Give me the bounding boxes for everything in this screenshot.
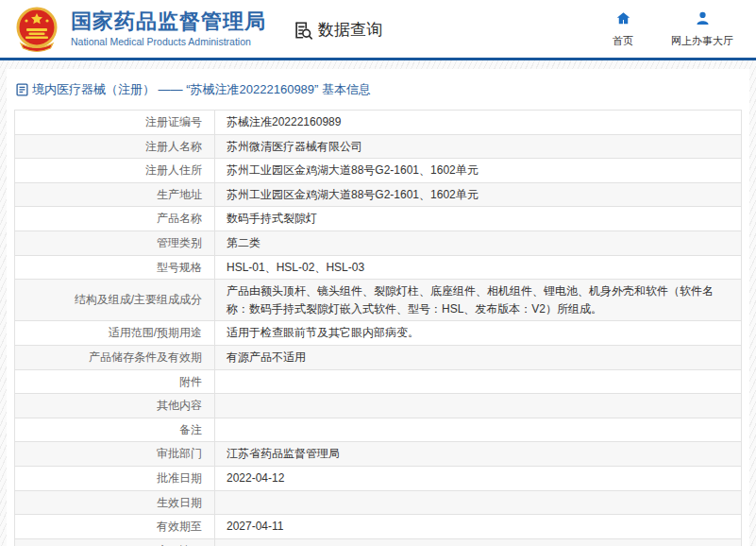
row-label: 注册人名称 [15, 134, 215, 159]
nav-service-hall-label: 网上办事大厅 [671, 34, 733, 48]
table-row: 审批部门江苏省药品监督管理局 [15, 442, 742, 467]
table-row: 有效期至2027-04-11 [15, 515, 742, 539]
row-label: 管理类别 [15, 230, 215, 255]
document-icon [16, 83, 28, 96]
row-value: 产品由额头顶杆、镜头组件、裂隙灯柱、底座组件、相机组件、锂电池、机身外壳和软件（… [215, 280, 742, 321]
row-value [215, 418, 742, 442]
page-title-text: 境内医疗器械（注册） —— “苏械注准20222160989” 基本信息 [32, 81, 371, 98]
row-label: 产品储存条件及有效期 [15, 345, 215, 369]
row-label: 批准日期 [15, 466, 215, 490]
row-value: 江苏省药品监督管理局 [215, 442, 742, 467]
content-card: 境内医疗器械（注册） —— “苏械注准20222160989” 基本信息 注册证… [7, 69, 749, 546]
row-label: 有效期至 [15, 515, 215, 539]
site-brand[interactable]: 国家药品监督管理局 National Medical Products Admi… [13, 6, 266, 53]
site-header: 国家药品监督管理局 National Medical Products Admi… [0, 0, 756, 60]
document-search-icon [293, 20, 313, 41]
table-row: 注册人住所苏州工业园区金鸡湖大道88号G2-1601、1602单元 [15, 159, 742, 183]
nav-home-label: 首页 [613, 34, 633, 48]
row-value [215, 369, 742, 394]
site-title-zh: 国家药品监督管理局 [71, 10, 266, 33]
brand-text: 国家药品监督管理局 National Medical Products Admi… [71, 10, 266, 47]
row-label: 生产地址 [15, 182, 215, 207]
home-icon [615, 10, 631, 30]
row-value [215, 538, 742, 546]
table-row: 生效日期 [15, 490, 742, 515]
table-row: 结构及组成/主要组成成分产品由额头顶杆、镜头组件、裂隙灯柱、底座组件、相机组件、… [15, 280, 742, 321]
header-nav: 首页 网上办事大厅 [607, 10, 733, 48]
row-label: 产品名称 [15, 207, 215, 231]
table-row: 产品名称数码手持式裂隙灯 [15, 207, 742, 231]
page-title: 境内医疗器械（注册） —— “苏械注准20222160989” 基本信息 [14, 69, 742, 110]
data-query-section[interactable]: 数据查询 [293, 19, 382, 41]
nav-home[interactable]: 首页 [607, 10, 639, 48]
data-query-title: 数据查询 [318, 19, 382, 41]
row-value: 有源产品不适用 [215, 345, 742, 369]
table-row: 批准日期2022-04-12 [15, 466, 742, 490]
row-label: 适用范围/预期用途 [15, 321, 215, 346]
row-value: 2027-04-11 [215, 515, 742, 539]
site-title-en: National Medical Products Administration [71, 36, 266, 47]
row-label: 注册人住所 [15, 159, 215, 183]
row-value: 2022-04-12 [215, 466, 742, 490]
table-row: 其他内容 [15, 394, 742, 418]
row-label: 其他内容 [15, 394, 215, 418]
row-value: 第二类 [215, 230, 742, 255]
row-label: 生效日期 [15, 490, 215, 515]
row-label: 结构及组成/主要组成成分 [15, 280, 215, 321]
table-row: 注册人名称苏州微清医疗器械有限公司 [15, 134, 742, 159]
row-value: 苏州工业园区金鸡湖大道88号G2-1601、1602单元 [215, 182, 742, 207]
info-table-body: 注册证编号苏械注准20222160989注册人名称苏州微清医疗器械有限公司注册人… [15, 111, 742, 546]
row-label: 备注 [15, 418, 215, 442]
row-value: 苏械注准20222160989 [215, 111, 742, 135]
row-value: 苏州微清医疗器械有限公司 [215, 134, 742, 159]
table-row: 产品储存条件及有效期有源产品不适用 [15, 345, 742, 369]
row-value: HSL-01、HSL-02、HSL-03 [215, 255, 742, 280]
table-row: 适用范围/预期用途适用于检查眼前节及其它眼内部病变。 [15, 321, 742, 346]
nav-service-hall[interactable]: 网上办事大厅 [671, 10, 733, 48]
row-value: 苏州工业园区金鸡湖大道88号G2-1601、1602单元 [215, 159, 742, 183]
national-emblem-logo [13, 6, 60, 53]
row-value [215, 490, 742, 515]
row-value [215, 394, 742, 418]
row-label: 变更情况 [15, 538, 215, 546]
row-value: 数码手持式裂隙灯 [215, 207, 742, 231]
table-row: 管理类别第二类 [15, 230, 742, 255]
table-row: 附件 [15, 369, 742, 394]
table-row: 变更情况 [15, 538, 742, 546]
row-label: 注册证编号 [15, 111, 215, 135]
table-row: 生产地址苏州工业园区金鸡湖大道88号G2-1601、1602单元 [15, 182, 742, 207]
row-label: 附件 [15, 369, 215, 394]
user-icon [695, 10, 711, 30]
table-row: 型号规格HSL-01、HSL-02、HSL-03 [15, 255, 742, 280]
table-row: 注册证编号苏械注准20222160989 [15, 111, 742, 135]
row-label: 审批部门 [15, 442, 215, 467]
table-row: 备注 [15, 418, 742, 442]
row-label: 型号规格 [15, 255, 215, 280]
row-value: 适用于检查眼前节及其它眼内部病变。 [215, 321, 742, 346]
registration-info-table: 注册证编号苏械注准20222160989注册人名称苏州微清医疗器械有限公司注册人… [14, 110, 742, 546]
